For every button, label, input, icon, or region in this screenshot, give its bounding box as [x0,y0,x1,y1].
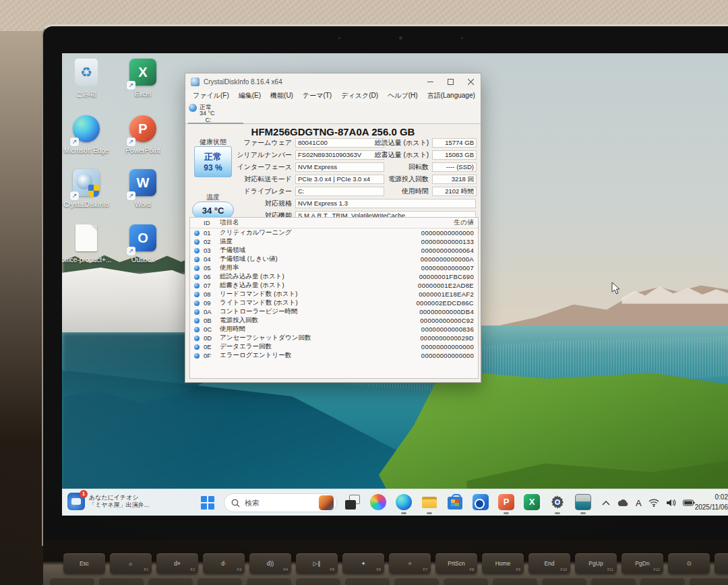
table-row[interactable]: 09 ライトコマンド数 (ホスト) 0000002EDCD86C [190,299,478,307]
taskbar-icon-store[interactable] [446,493,464,511]
taskbar-icon-edge[interactable] [395,493,413,511]
desktop-icon-powerpoint[interactable]: P ↗ PowerPoint [117,114,169,154]
keyboard-key[interactable]: d· F3 [203,553,245,574]
keyboard-key[interactable] [542,578,586,585]
table-row[interactable]: 0E データエラー回数 00000000000000 [190,342,478,351]
table-row[interactable]: 0D アンセーフシャットダウン回数 0000000000029D [190,334,478,342]
menu-item[interactable]: 機能(U) [266,91,298,100]
keyboard-key[interactable]: PgDn F12 [621,553,663,574]
taskbar-icon-crystaldiskinfo[interactable] [574,493,592,511]
search-highlight-image[interactable] [319,495,334,510]
keyboard-key[interactable] [99,578,144,585]
widget-headline-1: あなたにイチオシ [89,494,149,501]
attribute-status-dot-icon [194,336,200,341]
table-row[interactable]: 06 総読み込み量 (ホスト) 00000001FBC690 [190,272,478,281]
info-field-row: 電源投入回数 3218 回 [354,175,482,184]
taskbar-icon-copilot[interactable] [369,493,387,511]
keyboard-key[interactable] [394,578,439,585]
maximize-button[interactable] [440,73,460,90]
menu-item[interactable]: テーマ(T) [298,91,336,100]
widgets-button[interactable]: 1 あなたにイチオシ 「ミヤネ屋」出演弁... [67,493,149,510]
menu-item[interactable]: 編集(E) [234,91,266,100]
ime-mode-button[interactable]: A [636,498,642,508]
keyboard-key[interactable] [444,578,488,585]
keyboard-key[interactable]: Esc [63,553,105,574]
attribute-status-dot-icon [194,292,200,297]
keyboard-key[interactable] [640,578,685,585]
keyboard-key[interactable]: d× F2 [156,553,198,574]
keyboard-key[interactable] [690,578,728,585]
taskbar-icon-powerpoint[interactable]: P [497,493,515,511]
table-row[interactable]: 0B 電源投入回数 00000000000C92 [190,316,478,325]
keyboard-key[interactable]: ✧ F7 [389,553,431,574]
table-row[interactable]: 0C 使用時間 00000000000836 [190,325,478,334]
tray-time: 0:02 [695,492,728,502]
taskbar-icon-excel[interactable]: X [523,493,541,511]
desktop-icon-excel[interactable]: X ↗ Excel [117,57,169,98]
keyboard-key[interactable] [247,578,291,585]
drive-temp: 34 °C [200,110,215,117]
keyboard-key[interactable]: PgUp F11 [575,553,617,574]
keyboard-key[interactable] [148,578,193,585]
search-icon [231,499,240,507]
keyboard-key[interactable] [296,578,340,585]
search-box[interactable]: 検索 [224,493,337,512]
taskbar-icon-settings[interactable] [549,493,566,511]
desktop-icon-recycle-bin[interactable]: ♻ ごみ箱 [62,57,113,98]
keyboard-deck: Esc ☼ F1 d× F2 d· F3 d)) F4 ▷∥ F5 [43,540,728,585]
keyboard-key[interactable] [345,578,390,585]
keyboard-key[interactable]: ▷∥ F5 [296,553,338,574]
taskbar-icon-outlook[interactable] [472,493,489,511]
taskbar-icon-task-view[interactable] [344,493,361,511]
close-button[interactable] [460,73,481,90]
minimize-button[interactable] [420,73,440,90]
desktop-icon-word[interactable]: W ↗ Word [117,168,169,208]
table-row[interactable]: 03 予備領域 00000000000064 [190,246,478,255]
desktop-icon-outlook[interactable]: O ↗ Outlook [117,223,169,264]
table-row[interactable]: 08 リードコマンド数 (ホスト) 0000001E18EAF2 [190,290,478,299]
document-file-icon [75,224,97,251]
keyboard-key[interactable]: PrtScn F8 [435,553,477,574]
desktop-icon-office-product-file[interactable]: office-product+... [62,223,113,264]
microsoft-store-icon [448,497,462,510]
keyboard-key[interactable]: End F10 [528,553,570,574]
menu-item[interactable]: ファイル(F) [188,91,234,100]
window-title: CrystalDiskInfo 8.16.4 x64 [204,78,282,86]
drive-select-bar[interactable]: 正常 34 °C C: [185,102,481,124]
keyboard-key[interactable]: Home F9 [482,553,524,574]
menu-item[interactable]: ディスク(D) [336,91,383,100]
table-row[interactable]: 0A コントローラービジー時間 00000000000DB4 [190,307,478,316]
keyboard-key[interactable] [50,578,94,585]
tray-chevron-button[interactable] [602,500,610,505]
keyboard-key[interactable]: ✦ F6 [342,553,384,574]
table-row[interactable]: 07 総書き込み量 (ホスト) 00000001E2AD8E [190,281,478,290]
volume-button[interactable] [666,499,676,507]
table-row[interactable]: 01 クリティカルワーニング 00000000000000 [190,228,478,237]
keyboard-key[interactable] [493,578,537,585]
battery-button[interactable] [683,499,695,506]
keyboard-key[interactable] [198,578,242,585]
keyboard-key[interactable]: Del [715,553,728,574]
table-row[interactable]: 0F エラーログエントリー数 00000000000000 [190,351,478,360]
info-field-row: 総書込量 (ホスト) 15083 GB [354,150,482,160]
menu-item[interactable]: 言語(Language) [423,91,480,100]
table-row[interactable]: 04 予備領域 (しきい値) 0000000000000A [190,255,478,264]
tray-onedrive-button[interactable] [617,499,629,507]
taskbar-icon-file-explorer[interactable] [421,493,438,511]
smart-attributes-table[interactable]: ID 項目名 生の値 01 クリティカルワーニング 00000000000000 [189,217,479,379]
keyboard-key[interactable]: ⊙ [668,553,710,574]
ir-sensor [338,37,340,39]
desktop-icon-crystaldiskinfo[interactable]: ↗ CrystalDiskInfo [62,168,113,208]
title-bar[interactable]: CrystalDiskInfo 8.16.4 x64 [185,73,481,90]
table-row[interactable]: 02 温度 00000000000133 [190,237,478,246]
start-button[interactable] [201,496,214,510]
table-row[interactable]: 05 使用率 00000000000007 [190,264,478,272]
running-indicator [427,512,432,514]
keyboard-key[interactable]: d)) F4 [249,553,291,574]
keyboard-key[interactable]: ☼ F1 [110,553,152,574]
keyboard-key[interactable] [591,578,636,585]
wifi-button[interactable] [648,499,659,507]
menu-item[interactable]: ヘルプ(H) [383,91,423,100]
clock[interactable]: 0:02 2025/11/06 [695,492,728,512]
desktop-icon-edge[interactable]: ↗ Microsoft Edge [62,114,113,154]
